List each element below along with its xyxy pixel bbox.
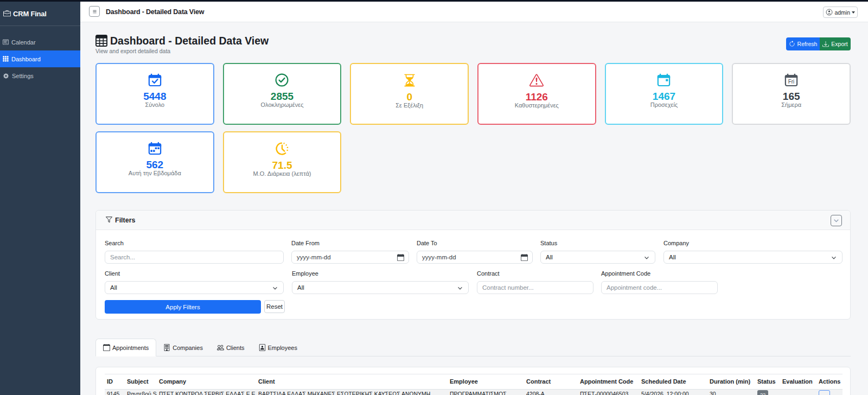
svg-text:Fri: Fri [788,79,795,85]
